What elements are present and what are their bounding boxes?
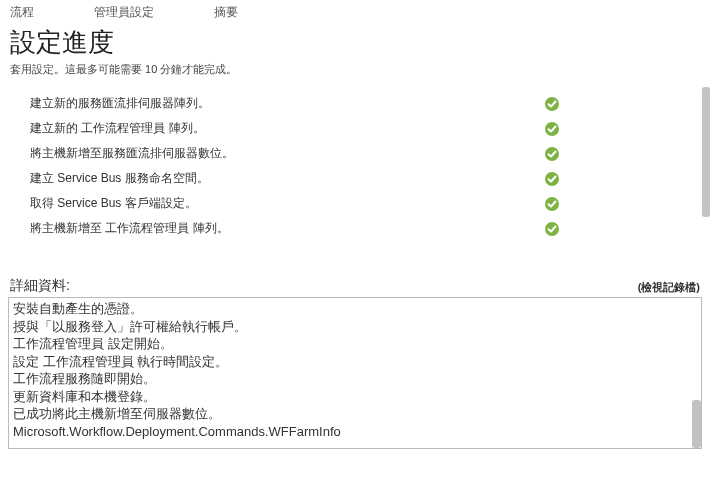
step-row: 建立 Service Bus 服務命名空間。 bbox=[30, 166, 700, 191]
step-label: 建立新的 工作流程管理員 陣列。 bbox=[30, 120, 544, 137]
log-line: 授與「以服務登入」許可權給執行帳戶。 bbox=[13, 318, 689, 336]
log-line: 已成功將此主機新增至伺服器數位。 bbox=[13, 405, 689, 423]
steps-list: 建立新的服務匯流排伺服器陣列。 建立新的 工作流程管理員 陣列。 將主機新增至服… bbox=[0, 87, 710, 245]
log-line: 設定 工作流程管理員 執行時間設定。 bbox=[13, 353, 689, 371]
check-icon bbox=[544, 146, 560, 162]
step-row: 建立新的服務匯流排伺服器陣列。 bbox=[30, 91, 700, 116]
check-icon bbox=[544, 96, 560, 112]
scrollbar[interactable] bbox=[692, 400, 701, 448]
page-subtitle: 套用設定。這最多可能需要 10 分鐘才能完成。 bbox=[0, 60, 710, 87]
step-row: 建立新的 工作流程管理員 陣列。 bbox=[30, 116, 700, 141]
step-row: 取得 Service Bus 客戶端設定。 bbox=[30, 191, 700, 216]
step-label: 建立 Service Bus 服務命名空間。 bbox=[30, 170, 544, 187]
check-icon bbox=[544, 171, 560, 187]
check-icon bbox=[544, 196, 560, 212]
log-line: 安裝自動產生的憑證。 bbox=[13, 300, 689, 318]
log-line: Microsoft.Workflow.Deployment.Commands.W… bbox=[13, 423, 689, 441]
view-log-link[interactable]: (檢視記錄檔) bbox=[638, 280, 700, 295]
step-label: 將主機新增至服務匯流排伺服器數位。 bbox=[30, 145, 544, 162]
step-row: 將主機新增至 工作流程管理員 陣列。 bbox=[30, 216, 700, 241]
details-textbox[interactable]: 安裝自動產生的憑證。 授與「以服務登入」許可權給執行帳戶。 工作流程管理員 設定… bbox=[8, 297, 702, 449]
step-row: 將主機新增至服務匯流排伺服器數位。 bbox=[30, 141, 700, 166]
tab-summary[interactable]: 摘要 bbox=[214, 4, 238, 21]
tab-workflow[interactable]: 流程 bbox=[10, 4, 34, 21]
step-label: 取得 Service Bus 客戶端設定。 bbox=[30, 195, 544, 212]
page-title: 設定進度 bbox=[0, 25, 710, 60]
step-label: 將主機新增至 工作流程管理員 陣列。 bbox=[30, 220, 544, 237]
check-icon bbox=[544, 221, 560, 237]
log-line: 工作流程服務隨即開始。 bbox=[13, 370, 689, 388]
details-label: 詳細資料: bbox=[10, 277, 70, 295]
scrollbar[interactable] bbox=[702, 87, 710, 217]
log-line: 工作流程管理員 設定開始。 bbox=[13, 335, 689, 353]
log-line: 更新資料庫和本機登錄。 bbox=[13, 388, 689, 406]
tab-admin[interactable]: 管理員設定 bbox=[94, 4, 154, 21]
check-icon bbox=[544, 121, 560, 137]
step-label: 建立新的服務匯流排伺服器陣列。 bbox=[30, 95, 544, 112]
